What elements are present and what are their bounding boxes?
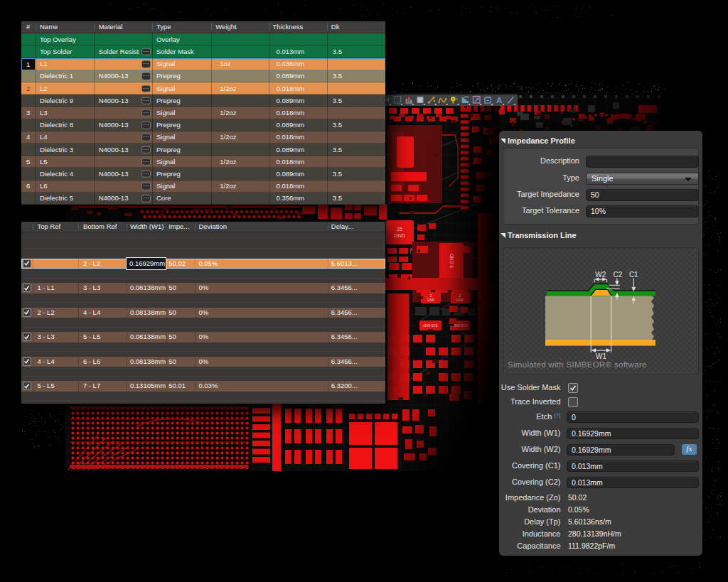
svg-text:W2: W2 [595,271,606,279]
svg-text:W1: W1 [596,352,606,360]
svg-text:C1: C1 [629,271,638,279]
svg-text:A: A [496,96,502,104]
svg-text:C2: C2 [614,271,623,279]
